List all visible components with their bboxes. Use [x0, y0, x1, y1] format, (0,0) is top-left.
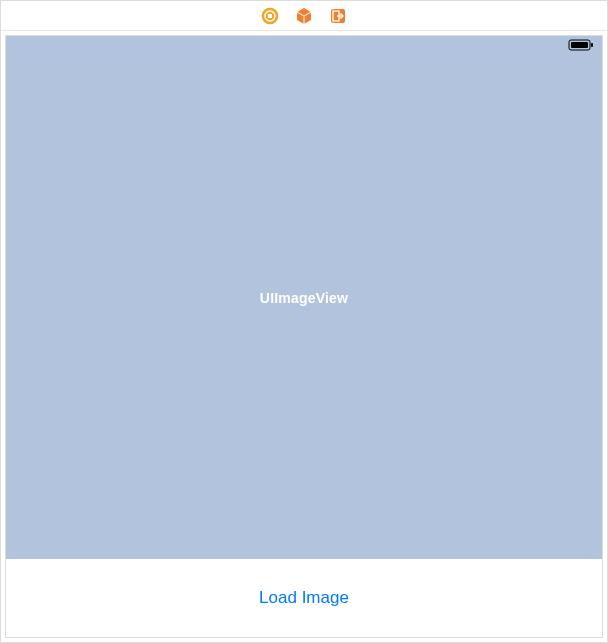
device-canvas[interactable]: UIImageView Load Image	[5, 35, 603, 638]
load-image-button[interactable]: Load Image	[259, 588, 349, 608]
battery-icon	[568, 37, 594, 55]
svg-rect-9	[571, 42, 588, 48]
svg-rect-10	[591, 43, 593, 47]
scene-toolbar	[1, 1, 607, 31]
class-identity-icon[interactable]	[261, 7, 279, 25]
exit-segue-icon[interactable]	[329, 7, 347, 25]
xcode-scene-editor: UIImageView Load Image	[0, 0, 608, 643]
status-bar	[6, 36, 602, 56]
uiimageview-placeholder[interactable]: UIImageView	[6, 36, 602, 559]
bottom-bar: Load Image	[6, 559, 602, 637]
uiimageview-label: UIImageView	[260, 290, 348, 306]
svg-rect-2	[268, 14, 272, 18]
object-cube-icon[interactable]	[295, 7, 313, 25]
